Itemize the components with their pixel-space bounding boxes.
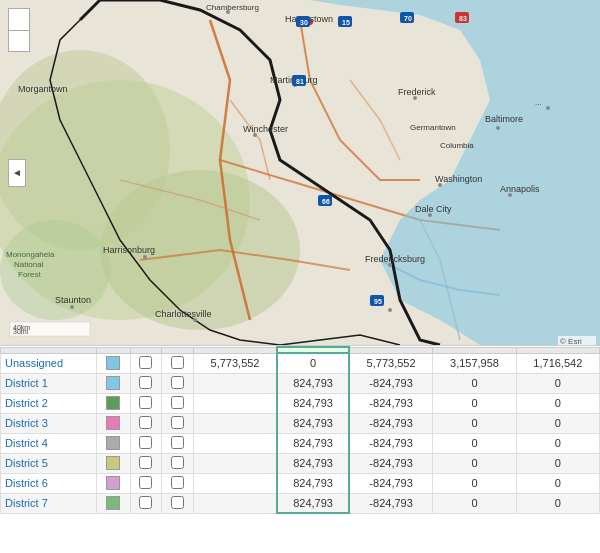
total-cell: [193, 433, 277, 453]
map-pan-button[interactable]: ◄: [8, 159, 26, 187]
map-area: Morgantown Chambersburg Martinsburg Hage…: [0, 0, 600, 345]
color-cell[interactable]: [97, 393, 130, 413]
lock-cell[interactable]: [162, 373, 194, 393]
table-row: District 2824,793-824,79300: [1, 393, 600, 413]
color-swatch: [106, 356, 120, 370]
target-dev-cell: -824,793: [349, 453, 433, 473]
lock-cell[interactable]: [162, 433, 194, 453]
hide-checkbox[interactable]: [139, 436, 152, 449]
svg-text:Annapolis: Annapolis: [500, 184, 540, 194]
color-cell[interactable]: [97, 373, 130, 393]
target-dev-cell: -824,793: [349, 473, 433, 493]
hide-cell[interactable]: [130, 433, 162, 453]
svg-point-4: [0, 220, 110, 320]
blacknh-cell: 0: [516, 493, 599, 513]
district-name-cell[interactable]: District 7: [1, 493, 97, 513]
lock-cell[interactable]: [162, 493, 194, 513]
svg-text:30mi: 30mi: [13, 328, 29, 335]
blacknh-cell: 0: [516, 393, 599, 413]
lock-checkbox[interactable]: [171, 456, 184, 469]
target-dev-cell: -824,793: [349, 433, 433, 453]
hide-cell[interactable]: [130, 473, 162, 493]
color-cell[interactable]: [97, 413, 130, 433]
district-name-cell[interactable]: District 2: [1, 393, 97, 413]
target-cell: 824,793: [277, 453, 349, 473]
zoom-out-button[interactable]: [8, 30, 30, 52]
target-dev-cell: -824,793: [349, 413, 433, 433]
target-cell: 824,793: [277, 493, 349, 513]
table-row: District 5824,793-824,79300: [1, 453, 600, 473]
main-container: Morgantown Chambersburg Martinsburg Hage…: [0, 0, 600, 553]
hide-cell[interactable]: [130, 453, 162, 473]
lock-checkbox[interactable]: [171, 396, 184, 409]
district-name-cell[interactable]: District 1: [1, 373, 97, 393]
color-cell[interactable]: [97, 453, 130, 473]
table-row: District 4824,793-824,79300: [1, 433, 600, 453]
svg-text:Winchester: Winchester: [243, 124, 288, 134]
district-name-cell[interactable]: Unassigned: [1, 353, 97, 373]
blacknh-cell: 0: [516, 373, 599, 393]
hide-cell[interactable]: [130, 493, 162, 513]
lock-checkbox[interactable]: [171, 416, 184, 429]
lock-cell[interactable]: [162, 453, 194, 473]
svg-text:© Esri: © Esri: [560, 337, 582, 345]
table-area: Unassigned5,773,55205,773,5523,157,9581,…: [0, 345, 600, 553]
map-svg: Morgantown Chambersburg Martinsburg Hage…: [0, 0, 600, 345]
hide-cell[interactable]: [130, 373, 162, 393]
district-name-cell[interactable]: District 6: [1, 473, 97, 493]
lock-checkbox[interactable]: [171, 376, 184, 389]
map-controls: [8, 8, 30, 52]
svg-text:Washington: Washington: [435, 174, 482, 184]
color-cell[interactable]: [97, 353, 130, 373]
lock-checkbox[interactable]: [171, 496, 184, 509]
whitenh-cell: 0: [433, 413, 516, 433]
svg-text:Dale City: Dale City: [415, 204, 452, 214]
target-cell: 824,793: [277, 373, 349, 393]
zoom-in-button[interactable]: [8, 8, 30, 30]
hide-checkbox[interactable]: [139, 416, 152, 429]
color-cell[interactable]: [97, 433, 130, 453]
hide-checkbox[interactable]: [139, 376, 152, 389]
hide-cell[interactable]: [130, 413, 162, 433]
target-dev-cell: -824,793: [349, 373, 433, 393]
hide-checkbox[interactable]: [139, 476, 152, 489]
district-name-cell[interactable]: District 4: [1, 433, 97, 453]
blacknh-cell: 1,716,542: [516, 353, 599, 373]
svg-text:15: 15: [342, 19, 350, 26]
blacknh-cell: 0: [516, 433, 599, 453]
hide-cell[interactable]: [130, 393, 162, 413]
whitenh-cell: 0: [433, 393, 516, 413]
lock-cell[interactable]: [162, 353, 194, 373]
hide-checkbox[interactable]: [139, 356, 152, 369]
lock-cell[interactable]: [162, 393, 194, 413]
target-cell: 0: [277, 353, 349, 373]
district-name-cell[interactable]: District 5: [1, 453, 97, 473]
svg-text:70: 70: [404, 15, 412, 22]
lock-checkbox[interactable]: [171, 476, 184, 489]
lock-checkbox[interactable]: [171, 436, 184, 449]
blacknh-cell: 0: [516, 453, 599, 473]
whitenh-cell: 0: [433, 433, 516, 453]
total-cell: [193, 393, 277, 413]
table-row: District 1824,793-824,79300: [1, 373, 600, 393]
blacknh-cell: 0: [516, 473, 599, 493]
hide-checkbox[interactable]: [139, 496, 152, 509]
district-name-cell[interactable]: District 3: [1, 413, 97, 433]
svg-text:National: National: [14, 260, 44, 269]
lock-cell[interactable]: [162, 413, 194, 433]
total-cell: 5,773,552: [193, 353, 277, 373]
color-cell[interactable]: [97, 493, 130, 513]
svg-text:Harrisonburg: Harrisonburg: [103, 245, 155, 255]
color-swatch: [106, 476, 120, 490]
hide-checkbox[interactable]: [139, 456, 152, 469]
svg-text:81: 81: [296, 78, 304, 85]
hide-checkbox[interactable]: [139, 396, 152, 409]
hide-cell[interactable]: [130, 353, 162, 373]
whitenh-cell: 0: [433, 373, 516, 393]
color-cell[interactable]: [97, 473, 130, 493]
districts-table: Unassigned5,773,55205,773,5523,157,9581,…: [0, 346, 600, 514]
lock-cell[interactable]: [162, 473, 194, 493]
lock-checkbox[interactable]: [171, 356, 184, 369]
svg-text:...: ...: [535, 98, 542, 107]
total-cell: [193, 473, 277, 493]
